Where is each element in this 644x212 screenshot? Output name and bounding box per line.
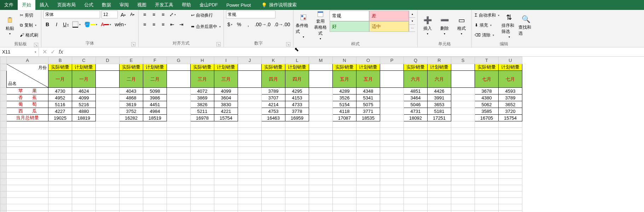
empty-cell[interactable]	[380, 153, 404, 160]
empty-cell[interactable]	[7, 134, 48, 141]
data-cell[interactable]: 3771	[356, 108, 380, 115]
empty-cell[interactable]	[143, 198, 167, 204]
empty-cell[interactable]	[238, 172, 262, 179]
phonetic-button[interactable]: wén	[114, 21, 127, 28]
data-cell[interactable]	[380, 101, 404, 108]
empty-cell[interactable]	[48, 198, 72, 204]
cell-styles-scroll[interactable]: ▴▾⋯	[409, 11, 415, 32]
empty-cell[interactable]	[404, 185, 428, 191]
empty-cell[interactable]	[48, 147, 72, 153]
empty-cell[interactable]	[404, 160, 428, 166]
empty-cell[interactable]	[499, 211, 522, 212]
empty-cell[interactable]	[191, 141, 214, 147]
empty-cell[interactable]	[428, 172, 451, 179]
empty-cell[interactable]	[167, 204, 191, 211]
data-cell[interactable]	[167, 88, 191, 94]
cancel-icon[interactable]: ✕	[42, 48, 47, 55]
increase-decimal-button[interactable]: .00→.0	[254, 21, 272, 28]
empty-cell[interactable]	[238, 128, 262, 134]
empty-cell[interactable]	[451, 147, 475, 153]
empty-cell[interactable]	[143, 128, 167, 134]
data-cell[interactable]: 3826	[191, 101, 214, 108]
row-header-[interactable]	[0, 179, 7, 185]
empty-cell[interactable]	[451, 185, 475, 191]
column-header-B[interactable]: B	[48, 57, 72, 64]
empty-cell[interactable]	[191, 134, 214, 141]
data-cell[interactable]: 3619	[120, 101, 143, 108]
empty-cell[interactable]	[167, 198, 191, 204]
empty-cell[interactable]	[120, 121, 143, 128]
empty-cell[interactable]	[380, 141, 404, 147]
empty-cell[interactable]	[191, 191, 214, 198]
empty-cell[interactable]	[262, 141, 285, 147]
data-cell[interactable]	[96, 101, 120, 108]
column-header-T[interactable]: T	[475, 57, 499, 64]
empty-cell[interactable]	[285, 166, 309, 172]
data-cell[interactable]: 16282	[120, 115, 143, 121]
empty-cell[interactable]	[120, 191, 143, 198]
empty-cell[interactable]	[214, 191, 238, 198]
data-cell[interactable]	[96, 94, 120, 101]
empty-cell[interactable]	[499, 166, 522, 172]
empty-cell[interactable]	[191, 198, 214, 204]
empty-cell[interactable]	[167, 172, 191, 179]
empty-cell[interactable]	[238, 153, 262, 160]
empty-cell[interactable]	[404, 198, 428, 204]
empty-cell[interactable]	[356, 179, 380, 185]
empty-cell[interactable]	[167, 141, 191, 147]
empty-cell[interactable]	[262, 204, 285, 211]
row-header-[interactable]	[0, 153, 7, 160]
empty-cell[interactable]	[333, 153, 356, 160]
clipboard-launcher[interactable]: ↘	[34, 43, 38, 47]
data-cell[interactable]: 18519	[143, 115, 167, 121]
empty-cell[interactable]	[48, 160, 72, 166]
empty-cell[interactable]	[120, 160, 143, 166]
empty-cell[interactable]	[7, 211, 48, 212]
empty-cell[interactable]	[7, 121, 48, 128]
empty-cell[interactable]	[285, 160, 309, 166]
empty-cell[interactable]	[309, 185, 333, 191]
align-middle-button[interactable]: ≡	[150, 11, 158, 18]
empty-cell[interactable]	[7, 179, 48, 185]
paste-button[interactable]: 粘贴 ▾	[2, 11, 18, 40]
empty-cell[interactable]	[309, 172, 333, 179]
data-cell[interactable]: 3991	[428, 94, 451, 101]
empty-cell[interactable]	[96, 204, 120, 211]
number-launcher[interactable]: ↘	[286, 42, 290, 46]
clear-button[interactable]: ⌫清除	[474, 30, 500, 40]
empty-cell[interactable]	[238, 166, 262, 172]
merge-center-button[interactable]: ⬌合并后居中	[190, 22, 221, 31]
empty-cell[interactable]	[238, 185, 262, 191]
empty-cell[interactable]	[356, 147, 380, 153]
row-header-[interactable]	[0, 160, 7, 166]
empty-cell[interactable]	[72, 198, 96, 204]
indent-increase-button[interactable]: ⇥	[178, 21, 185, 28]
empty-cell[interactable]	[309, 211, 333, 212]
empty-cell[interactable]	[309, 179, 333, 185]
empty-cell[interactable]	[451, 160, 475, 166]
empty-cell[interactable]	[285, 128, 309, 134]
empty-cell[interactable]	[475, 198, 499, 204]
tab-data[interactable]: 数据	[98, 0, 115, 10]
empty-cell[interactable]	[120, 147, 143, 153]
underline-button[interactable]: U	[62, 21, 70, 28]
empty-cell[interactable]	[451, 153, 475, 160]
italic-button[interactable]: I	[53, 21, 60, 28]
empty-cell[interactable]	[380, 160, 404, 166]
data-cell[interactable]	[380, 108, 404, 115]
empty-cell[interactable]	[356, 172, 380, 179]
empty-cell[interactable]	[48, 211, 72, 212]
empty-cell[interactable]	[475, 179, 499, 185]
row-header-[interactable]	[0, 185, 7, 191]
empty-cell[interactable]	[167, 147, 191, 153]
empty-cell[interactable]	[380, 185, 404, 191]
decrease-font-button[interactable]: A▾	[128, 11, 136, 18]
row-header-[interactable]	[0, 88, 7, 94]
empty-cell[interactable]	[143, 211, 167, 212]
empty-cell[interactable]	[333, 172, 356, 179]
empty-cell[interactable]	[214, 141, 238, 147]
empty-cell[interactable]	[143, 153, 167, 160]
empty-cell[interactable]	[48, 166, 72, 172]
empty-cell[interactable]	[48, 179, 72, 185]
data-cell[interactable]: 4593	[499, 88, 522, 94]
